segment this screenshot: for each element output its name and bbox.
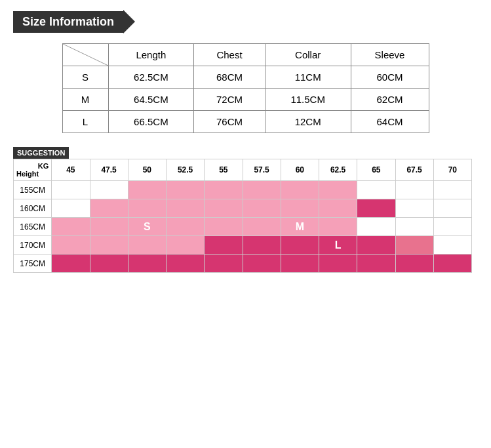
collar-cell: 11CM <box>265 66 351 89</box>
col-length: Length <box>108 44 194 66</box>
chart-cell <box>52 218 90 236</box>
chart-cell <box>281 236 319 255</box>
page-container: Size Information Length Chest Collar Sle… <box>0 0 491 448</box>
chest-cell: 76CM <box>194 111 265 133</box>
chart-cell <box>52 181 90 199</box>
chart-cell <box>90 218 128 236</box>
chart-cell <box>281 199 319 218</box>
chart-cell <box>205 218 243 236</box>
size-row: M 64.5CM 72CM 11.5CM 62CM <box>62 89 429 111</box>
height-cell: 175CM <box>14 255 52 273</box>
header-arrow-icon <box>123 10 135 33</box>
chart-cell <box>52 236 90 255</box>
chart-cell <box>395 199 433 218</box>
sleeve-cell: 64CM <box>351 111 429 133</box>
size-table-header-row: Length Chest Collar Sleeve <box>62 44 429 66</box>
chart-cell: L <box>319 236 357 255</box>
chart-cell <box>357 199 395 218</box>
length-cell: 62.5CM <box>108 66 194 89</box>
kg-62_5: 62.5 <box>319 159 357 181</box>
size-cell: L <box>62 111 108 133</box>
length-cell: 64.5CM <box>108 89 194 111</box>
chart-cell <box>319 255 357 273</box>
col-sleeve: Sleeve <box>351 44 429 66</box>
chart-cell <box>128 255 166 273</box>
chart-cell <box>205 181 243 199</box>
kg-67_5: 67.5 <box>395 159 433 181</box>
suggestion-table-body: 155CM160CM165CMSM170CML175CM <box>14 181 472 273</box>
sleeve-cell: 62CM <box>351 89 429 111</box>
chart-cell <box>433 199 471 218</box>
chart-cell: M <box>281 218 319 236</box>
height-cell: 160CM <box>14 199 52 218</box>
chart-cell <box>167 199 205 218</box>
size-row: L 66.5CM 76CM 12CM 64CM <box>62 111 429 133</box>
size-table: Length Chest Collar Sleeve S 62.5CM 68CM… <box>62 43 429 133</box>
chart-cell <box>90 199 128 218</box>
chart-cell <box>433 236 471 255</box>
suggestion-row: 175CM <box>14 255 472 273</box>
chart-cell <box>395 218 433 236</box>
kg-55: 55 <box>205 159 243 181</box>
suggestion-row: 160CM <box>14 199 472 218</box>
kg-60: 60 <box>281 159 319 181</box>
chart-cell <box>433 181 471 199</box>
chart-cell <box>52 199 90 218</box>
col-chest: Chest <box>194 44 265 66</box>
sleeve-cell: 60CM <box>351 66 429 89</box>
chart-cell <box>128 199 166 218</box>
chart-cell <box>357 255 395 273</box>
kg-70: 70 <box>433 159 471 181</box>
kg-57_5: 57.5 <box>243 159 281 181</box>
size-label-m: M <box>296 221 304 232</box>
chart-cell <box>243 236 281 255</box>
suggestion-row: 170CML <box>14 236 472 255</box>
suggestion-header-row: KG Height 45 47.5 50 52.5 55 57.5 60 62.… <box>14 159 472 181</box>
svg-line-0 <box>63 44 108 66</box>
chart-cell <box>52 255 90 273</box>
height-cell: 170CM <box>14 236 52 255</box>
height-cell: 165CM <box>14 218 52 236</box>
chart-cell <box>357 236 395 255</box>
kg-65: 65 <box>357 159 395 181</box>
suggestion-section: SUGGESTION KG Height 45 47.5 50 52.5 55 … <box>13 146 478 273</box>
chart-cell <box>243 255 281 273</box>
suggestion-row: 165CMSM <box>14 218 472 236</box>
chart-cell <box>205 236 243 255</box>
page-title: Size Information <box>13 11 123 33</box>
chart-cell <box>433 255 471 273</box>
chart-cell <box>90 255 128 273</box>
kg-height-corner: KG Height <box>14 159 52 181</box>
chart-cell <box>90 236 128 255</box>
chart-cell <box>281 181 319 199</box>
chart-cell <box>395 236 433 255</box>
chart-cell <box>167 236 205 255</box>
col-collar: Collar <box>265 44 351 66</box>
chart-cell <box>433 218 471 236</box>
kg-52_5: 52.5 <box>167 159 205 181</box>
chart-cell <box>319 199 357 218</box>
chest-cell: 68CM <box>194 66 265 89</box>
chart-cell <box>395 181 433 199</box>
corner-cell <box>62 44 108 66</box>
size-label-l: L <box>335 239 342 251</box>
kg-45: 45 <box>52 159 90 181</box>
chart-cell <box>128 181 166 199</box>
length-cell: 66.5CM <box>108 111 194 133</box>
collar-cell: 12CM <box>265 111 351 133</box>
chart-cell <box>243 181 281 199</box>
header-section: Size Information <box>13 10 478 33</box>
suggestion-row: 155CM <box>14 181 472 199</box>
size-cell: M <box>62 89 108 111</box>
chart-cell <box>319 181 357 199</box>
chart-cell <box>90 181 128 199</box>
chest-cell: 72CM <box>194 89 265 111</box>
chart-cell <box>357 218 395 236</box>
chart-cell <box>243 218 281 236</box>
kg-47_5: 47.5 <box>90 159 128 181</box>
collar-cell: 11.5CM <box>265 89 351 111</box>
size-table-body: S 62.5CM 68CM 11CM 60CM M 64.5CM 72CM 11… <box>62 66 429 133</box>
height-cell: 155CM <box>14 181 52 199</box>
chart-cell <box>205 255 243 273</box>
chart-cell: S <box>128 218 166 236</box>
